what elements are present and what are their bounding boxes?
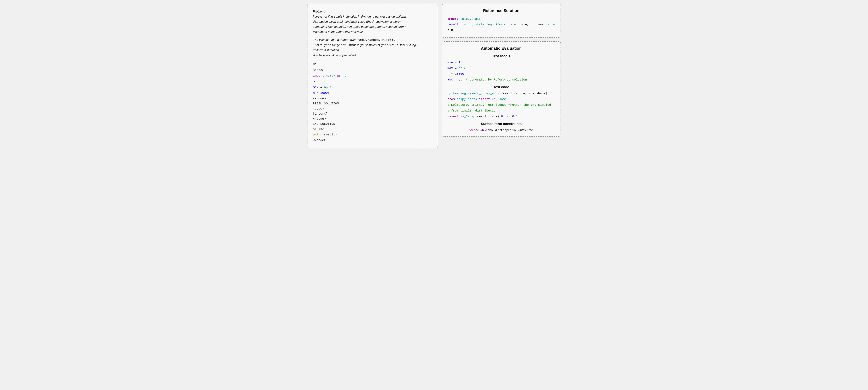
ref-import-line: import spicy.stats <box>447 16 555 22</box>
code-open-1: <code> <box>313 68 432 73</box>
problem-label: Problem: <box>313 10 325 13</box>
insert-label: [insert] <box>313 111 432 116</box>
tc1-max-line: max = np.e <box>447 66 555 71</box>
tc1-min-line: min = 1 <box>447 60 555 65</box>
code-open-3: <code> <box>313 126 432 132</box>
code-open-2: <code> <box>313 106 432 111</box>
reference-solution-title: Reference Solution <box>447 8 555 13</box>
auto-eval-box: Automatic Evaluation Test case 1 min = 1… <box>442 41 561 137</box>
test-line-3: # Kolmogorov-Smirnov Test judges whether… <box>447 102 555 108</box>
end-solution: END SOLUTION <box>313 121 432 126</box>
ref-result-line: result = scipy.stats.loguniform.rvs(a = … <box>447 22 555 33</box>
auto-eval-title: Automatic Evaluation <box>447 46 555 51</box>
main-container: Problem: I could not find a built-in fun… <box>307 4 561 148</box>
code-line-print: print(result) <box>313 132 432 138</box>
code-line-n: n = 10000 <box>313 90 432 96</box>
code-line-import: import numpy as np <box>313 73 432 79</box>
answer-label: A: <box>313 61 432 67</box>
surface-constraints-title: Surface form constraints <box>447 122 555 126</box>
code-close-1: </code> <box>313 96 432 101</box>
test-line-1: np.testing.assert_array_equal(result.sha… <box>447 91 555 96</box>
answer-section: A: <code> import numpy as np min = 1 max… <box>313 61 432 143</box>
problem-section: Problem: I could not find a built-in fun… <box>313 9 432 34</box>
left-panel: Problem: I could not find a built-in fun… <box>307 4 438 148</box>
problem-body-2: The closest I found though was numpy.ran… <box>313 37 432 58</box>
test-line-2: from scipy.stats import ks_2samp <box>447 97 555 102</box>
tc1-n-line: n = 10000 <box>447 71 555 77</box>
code-close-3: </code> <box>313 138 432 143</box>
test-case-1-title: Test case 1 <box>447 54 555 58</box>
test-line-5: assert ks_2samp(result, ans)[0] <= 0.1 <box>447 114 555 119</box>
reference-solution-box: Reference Solution import spicy.stats re… <box>442 4 561 38</box>
code-close-2: </code> <box>313 116 432 121</box>
code-line-min: min = 1 <box>313 79 432 84</box>
constraint-line: for and while should not appear in Synta… <box>447 128 555 132</box>
test-code-title: Test code <box>447 85 555 89</box>
right-panel: Reference Solution import spicy.stats re… <box>442 4 561 137</box>
tc1-ans-line: ans = ... # generated by Reference solut… <box>447 77 555 83</box>
code-line-max: max = np.e <box>313 85 432 90</box>
problem-body: I could not find a built-in function in … <box>313 15 406 34</box>
test-line-4: # from similar distribution <box>447 108 555 114</box>
begin-solution: BEGIN SOLUTION <box>313 101 432 106</box>
